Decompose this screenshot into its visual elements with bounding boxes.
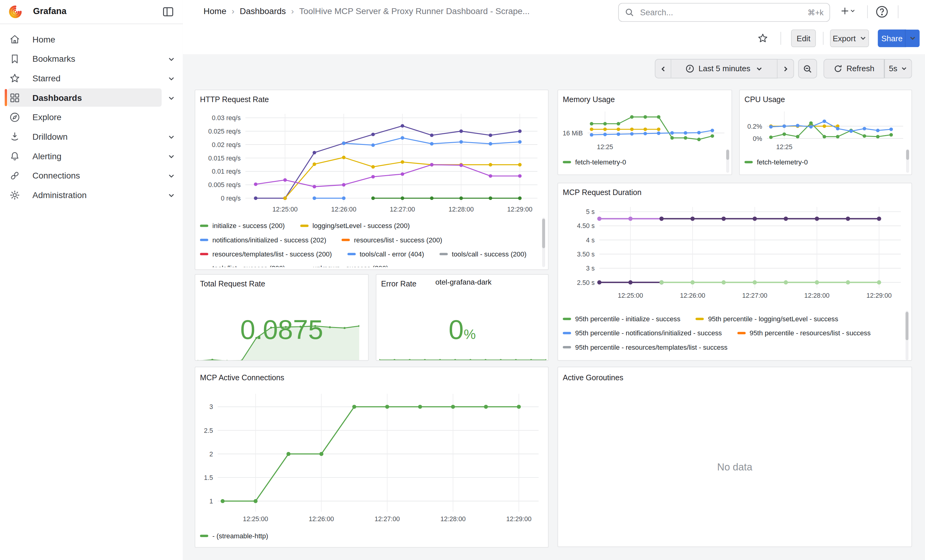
- legend-item[interactable]: notifications/initialized - success (202…: [200, 233, 326, 247]
- legend-item[interactable]: logging/setLevel - success (200): [300, 219, 410, 233]
- legend-item-clipped[interactable]: tools/list - success (200): [200, 261, 285, 267]
- compass-icon: [9, 111, 21, 123]
- legend-item[interactable]: 95th percentile - logging/setLevel - suc…: [696, 312, 838, 326]
- panel-mcp-active-connections: MCP Active Connections 11.522.5312:25:00…: [194, 367, 548, 548]
- panel-title[interactable]: Active Goroutines: [563, 373, 624, 382]
- legend-item[interactable]: fetch-telemetry-0: [744, 155, 808, 169]
- chevron-down-icon[interactable]: [168, 74, 176, 82]
- time-back-button[interactable]: [655, 59, 672, 78]
- legend-swatch: [696, 318, 704, 320]
- panel-title[interactable]: HTTP Request Rate: [200, 95, 269, 104]
- export-button[interactable]: Export: [830, 29, 869, 47]
- svg-text:3: 3: [209, 403, 213, 410]
- breadcrumb: Home›Dashboards›ToolHive MCP Server & Pr…: [203, 6, 529, 16]
- legend-item[interactable]: 95th percentile - notifications/initiali…: [563, 326, 722, 340]
- sidebar-item-administration[interactable]: Administration: [0, 185, 183, 205]
- legend-item[interactable]: resources/list - success (200): [342, 233, 442, 247]
- legend-item-clipped[interactable]: unknown - success (200): [300, 261, 388, 267]
- search-input[interactable]: [639, 7, 807, 18]
- sidebar-item-home[interactable]: Home: [0, 29, 183, 49]
- sidebar-item-drilldown[interactable]: Drilldown: [0, 127, 183, 146]
- chevron-down-icon[interactable]: [168, 54, 176, 63]
- panel-title[interactable]: MCP Request Duration: [563, 188, 642, 197]
- panel-active-goroutines: Active Goroutines No data: [557, 367, 912, 547]
- legend-item-clipped[interactable]: tools/call - success (200): [440, 247, 527, 261]
- panel-title[interactable]: Error Rate: [381, 279, 417, 288]
- panel-title[interactable]: MCP Active Connections: [200, 373, 284, 382]
- svg-text:12:26:00: 12:26:00: [331, 206, 356, 213]
- favorite-star-icon[interactable]: [757, 32, 769, 44]
- legend-item[interactable]: resources/templates/list - success (200): [200, 247, 332, 261]
- stat-value: 0%: [376, 314, 548, 345]
- legend-item[interactable]: fetch-telemetry-0: [563, 155, 626, 169]
- sidebar-nav: HomeBookmarksStarredDashboardsExploreDri…: [0, 29, 183, 204]
- error-rate-sparkline: [379, 356, 546, 360]
- refresh-button[interactable]: Refresh: [823, 59, 884, 78]
- breadcrumb-item[interactable]: Home: [203, 6, 226, 16]
- chevron-down-icon[interactable]: [168, 152, 176, 160]
- svg-text:1.5: 1.5: [204, 474, 213, 481]
- cpu-legend: fetch-telemetry-0: [744, 155, 904, 173]
- panel-title[interactable]: Total Request Rate: [200, 279, 265, 288]
- legend-item[interactable]: initialize - success (200): [200, 219, 285, 233]
- scrollbar-thumb[interactable]: [542, 219, 545, 248]
- legend-item[interactable]: - (streamable-http): [200, 529, 268, 543]
- sidebar-item-bookmarks[interactable]: Bookmarks: [0, 49, 183, 69]
- legend-scrollbar: [906, 149, 909, 173]
- legend-swatch: [440, 253, 448, 255]
- refresh-interval-picker[interactable]: 5s: [884, 59, 912, 78]
- svg-text:0.01 req/s: 0.01 req/s: [212, 168, 241, 175]
- active-accent-bar: [5, 89, 7, 106]
- chevron-down-icon: [901, 65, 907, 72]
- grafana-logo-icon[interactable]: [8, 5, 22, 19]
- chevron-down-icon[interactable]: [168, 93, 176, 102]
- legend-item[interactable]: 95th percentile - initialize - success: [563, 312, 680, 326]
- add-button[interactable]: [841, 5, 855, 19]
- clock-icon: [685, 64, 695, 73]
- chevron-down-icon[interactable]: [168, 171, 176, 179]
- time-forward-button[interactable]: [777, 59, 794, 78]
- chevron-down-icon[interactable]: [168, 191, 176, 199]
- apps-icon: [9, 92, 21, 104]
- sidebar-item-connections[interactable]: Connections: [0, 166, 183, 185]
- star-icon: [9, 72, 21, 84]
- scrollbar-thumb[interactable]: [726, 150, 729, 160]
- edit-button[interactable]: Edit: [791, 29, 816, 47]
- share-button[interactable]: Share: [878, 29, 906, 47]
- help-icon[interactable]: [875, 5, 889, 19]
- svg-text:16 MiB: 16 MiB: [562, 130, 583, 137]
- panel-title[interactable]: Memory Usage: [563, 95, 615, 104]
- share-dropdown-button[interactable]: [905, 29, 919, 47]
- time-range-picker[interactable]: Last 5 minutes: [672, 59, 777, 78]
- legend-swatch: [744, 161, 753, 164]
- sidebar-item-dashboards[interactable]: Dashboards: [0, 88, 183, 107]
- legend-swatch: [563, 161, 571, 164]
- scrollbar-thumb[interactable]: [906, 150, 909, 160]
- scrollbar-thumb[interactable]: [905, 312, 908, 340]
- breadcrumb-item[interactable]: Dashboards: [240, 6, 286, 16]
- sidebar-item-starred[interactable]: Starred: [0, 69, 183, 88]
- sidebar-item-label: Drilldown: [32, 132, 68, 141]
- sidebar-item-alerting[interactable]: Alerting: [0, 146, 183, 166]
- legend-scrollbar: [726, 149, 729, 173]
- svg-text:0.2%: 0.2%: [747, 123, 762, 130]
- legend-item[interactable]: tools/call - error (404): [347, 247, 424, 261]
- svg-text:2.50 s: 2.50 s: [577, 279, 595, 286]
- zoom-out-button[interactable]: [798, 59, 817, 78]
- http-request-rate-chart: 0 req/s0.005 req/s0.01 req/s0.015 req/s0…: [195, 90, 548, 215]
- stat-value: 0.0875: [195, 314, 368, 345]
- sidebar-item-label: Administration: [32, 190, 87, 200]
- chevron-down-icon[interactable]: [168, 132, 176, 141]
- legend-item-clipped[interactable]: 95th percentile - resources/templates/li…: [563, 340, 728, 354]
- mcp-active-connections-chart: 11.522.5312:25:0012:26:0012:27:0012:28:0…: [195, 367, 548, 525]
- divider: [823, 32, 823, 45]
- sidebar-header: Grafana: [0, 0, 183, 24]
- legend-item[interactable]: 95th percentile - resources/list - succe…: [737, 326, 871, 340]
- sidebar-item-explore[interactable]: Explore: [0, 107, 183, 127]
- search-box[interactable]: ⌘+k: [618, 3, 830, 22]
- svg-text:12:26:00: 12:26:00: [309, 515, 334, 522]
- active-highlight: [8, 89, 161, 107]
- brand-name[interactable]: Grafana: [33, 6, 66, 16]
- sidebar-collapse-icon[interactable]: [161, 5, 174, 18]
- panel-title[interactable]: CPU Usage: [744, 95, 785, 104]
